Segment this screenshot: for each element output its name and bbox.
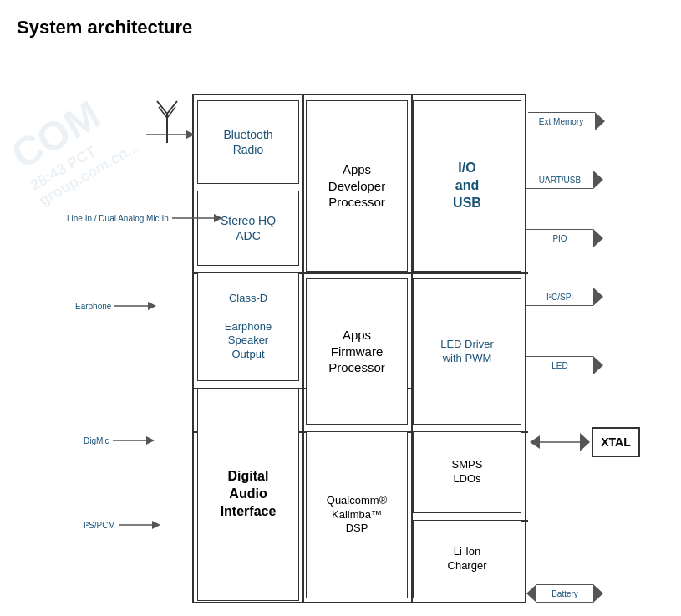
xtal-arrow-left bbox=[530, 432, 580, 452]
ext-memory-arrowhead bbox=[595, 112, 605, 130]
battery-arrowhead-left bbox=[526, 584, 536, 603]
block-io-usb: I/OandUSB bbox=[413, 100, 521, 272]
pio-arrowhead bbox=[593, 229, 603, 247]
i2s-pcm-arrow: I²S/PCM bbox=[84, 519, 160, 531]
ext-memory-label: Ext Memory bbox=[528, 112, 595, 130]
uart-usb-label: UART/USB bbox=[526, 171, 593, 189]
ext-memory-arrow: Ext Memory bbox=[526, 112, 605, 130]
xtal-arrow-right-head bbox=[580, 433, 590, 451]
led-arrowhead bbox=[593, 356, 603, 374]
digmic-label: DigMic bbox=[84, 436, 109, 445]
row-div-1b bbox=[413, 272, 528, 274]
i2s-pcm-arrow-svg bbox=[119, 519, 160, 531]
block-led-driver: LED Driverwith PWM bbox=[413, 278, 521, 425]
svg-marker-14 bbox=[152, 521, 160, 529]
battery-label: Battery bbox=[536, 584, 593, 603]
earphone-label: Earphone bbox=[75, 302, 111, 311]
block-kalimba-dsp: Qualcomm®Kalimba™DSP bbox=[306, 431, 408, 598]
col-divider-1 bbox=[302, 95, 304, 602]
digmic-arrow-svg bbox=[113, 435, 155, 446]
svg-marker-8 bbox=[214, 214, 222, 222]
page-title: System architecture bbox=[17, 17, 664, 38]
svg-marker-6 bbox=[186, 130, 194, 139]
svg-marker-12 bbox=[146, 436, 155, 445]
watermark: COM 28:43 PCT group.com.cn... bbox=[3, 81, 142, 210]
pio-label: PIO bbox=[526, 229, 593, 247]
block-smps-ldos: SMPSLDOs bbox=[413, 431, 521, 513]
digmic-arrow: DigMic bbox=[84, 435, 155, 446]
main-box: Bluetooth Radio Stereo HQADC Class-DEarp… bbox=[192, 94, 526, 603]
block-apps-firmware: AppsFirmwareProcessor bbox=[306, 278, 408, 425]
i2c-spi-arrowhead bbox=[593, 288, 603, 306]
i2s-pcm-label: I²S/PCM bbox=[84, 521, 115, 530]
line-in-arrow: Line In / Dual Analog Mic In bbox=[67, 212, 222, 224]
uart-usb-arrowhead bbox=[593, 171, 603, 189]
block-apps-developer: AppsDeveloperProcessor bbox=[306, 100, 408, 272]
xtal-box: XTAL bbox=[592, 427, 640, 457]
line-in-label: Line In / Dual Analog Mic In bbox=[67, 214, 169, 223]
earphone-arrow-svg bbox=[114, 300, 156, 312]
i2c-spi-arrow: I²C/SPI bbox=[526, 288, 603, 306]
uart-usb-arrow: UART/USB bbox=[526, 171, 603, 189]
led-label: LED bbox=[526, 356, 593, 374]
block-classd: Class-DEarphoneSpeakerOutput bbox=[197, 272, 299, 381]
xtal-container: XTAL bbox=[530, 427, 640, 457]
pio-arrow: PIO bbox=[526, 229, 603, 247]
svg-marker-10 bbox=[148, 302, 156, 310]
block-stereo: Stereo HQADC bbox=[197, 191, 299, 266]
battery-arrowhead-right bbox=[593, 584, 603, 603]
block-digital: DigitalAudioInterface bbox=[197, 388, 299, 601]
battery-arrow: Battery bbox=[526, 584, 603, 603]
block-liion-charger: Li-IonCharger bbox=[413, 520, 521, 598]
led-arrow: LED bbox=[526, 356, 603, 374]
earphone-arrow: Earphone bbox=[75, 300, 156, 312]
diagram-container: COM 28:43 PCT group.com.cn... Bluetooth … bbox=[17, 53, 668, 616]
block-bluetooth: Bluetooth Radio bbox=[197, 100, 299, 184]
i2c-spi-label: I²C/SPI bbox=[526, 288, 593, 306]
svg-marker-15 bbox=[530, 435, 540, 449]
line-in-arrow-svg bbox=[172, 212, 222, 224]
antenna-arrow bbox=[146, 129, 194, 140]
